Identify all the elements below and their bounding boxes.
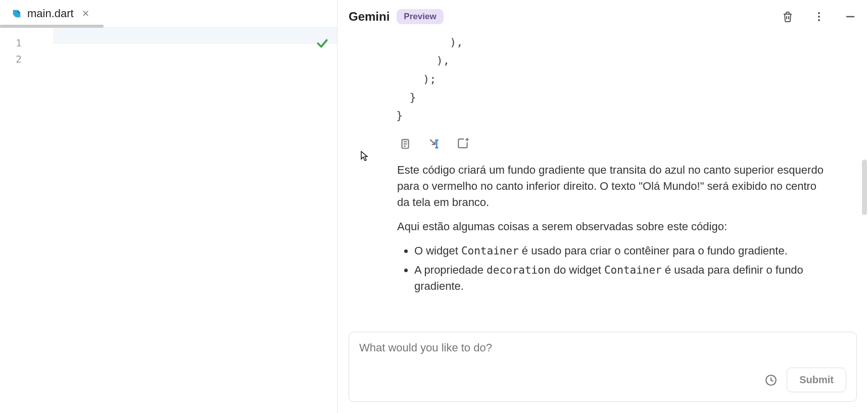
prompt-input-box[interactable]: Submit bbox=[349, 332, 857, 402]
assistant-paragraph: Aqui estão algumas coisas a serem observ… bbox=[397, 219, 827, 235]
history-icon[interactable] bbox=[764, 374, 778, 387]
prompt-textarea[interactable] bbox=[359, 341, 846, 368]
inline-code: Container bbox=[604, 264, 662, 276]
close-tab-icon[interactable]: ✕ bbox=[79, 8, 92, 19]
inline-code: decoration bbox=[487, 264, 550, 276]
app-root: main.dart ✕ 1 2 Gemini bbox=[0, 0, 868, 413]
preview-badge: Preview bbox=[397, 9, 443, 24]
gemini-header: Gemini Preview bbox=[337, 0, 868, 33]
tab-bar: main.dart ✕ bbox=[0, 0, 337, 28]
svg-point-4 bbox=[818, 19, 820, 21]
editor-body[interactable]: 1 2 bbox=[0, 28, 337, 413]
assistant-message: Este código criará um fundo gradiente qu… bbox=[351, 162, 855, 294]
chat-scroll-area[interactable]: ), ), ); } } Este código criará um fundo… bbox=[337, 33, 868, 327]
insert-code-icon[interactable] bbox=[426, 136, 442, 151]
editor-panel: main.dart ✕ 1 2 bbox=[0, 0, 337, 413]
file-tab-label: main.dart bbox=[27, 7, 74, 20]
minimize-icon[interactable] bbox=[844, 10, 857, 23]
dart-file-icon bbox=[11, 8, 22, 19]
trash-icon[interactable] bbox=[781, 10, 794, 23]
line-number: 2 bbox=[0, 51, 28, 67]
gemini-title: Gemini bbox=[349, 10, 390, 24]
list-item: A propriedade decoration do widget Conta… bbox=[414, 262, 827, 294]
svg-point-2 bbox=[818, 12, 820, 14]
inline-code: Container bbox=[461, 245, 519, 257]
input-bottom-row: Submit bbox=[359, 368, 846, 392]
code-line[interactable] bbox=[53, 44, 337, 60]
code-area[interactable] bbox=[28, 28, 337, 413]
list-item: O widget Container é usado para criar o … bbox=[414, 243, 827, 259]
submit-button[interactable]: Submit bbox=[787, 368, 846, 392]
file-tab-main-dart[interactable]: main.dart ✕ bbox=[0, 0, 104, 27]
svg-point-3 bbox=[818, 16, 820, 18]
line-number-gutter: 1 2 bbox=[0, 28, 28, 413]
input-row: Submit bbox=[337, 327, 868, 413]
analysis-ok-icon bbox=[316, 37, 329, 54]
assistant-list: O widget Container é usado para criar o … bbox=[397, 243, 827, 294]
code-actions-row bbox=[351, 132, 855, 162]
assistant-paragraph: Este código criará um fundo gradiente qu… bbox=[397, 162, 827, 211]
line-number: 1 bbox=[0, 35, 28, 51]
open-new-icon[interactable] bbox=[456, 136, 471, 151]
code-line[interactable] bbox=[53, 28, 337, 44]
code-response-tail: ), ), ); } } bbox=[351, 33, 855, 125]
more-options-icon[interactable] bbox=[812, 10, 826, 23]
copy-code-icon[interactable] bbox=[397, 136, 412, 151]
svg-marker-0 bbox=[13, 10, 21, 18]
gemini-panel: Gemini Preview ), ), ); } } bbox=[337, 0, 868, 413]
scrollbar-thumb[interactable] bbox=[862, 160, 867, 215]
